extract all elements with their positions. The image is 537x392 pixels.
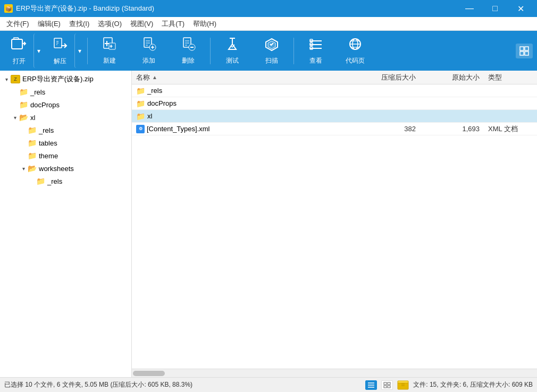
folder-icon-row-docprops: 📁 (136, 99, 145, 108)
col-header-name[interactable]: 名称 ▲ (132, 73, 356, 82)
open-arrow[interactable]: ▾ (33, 33, 43, 68)
delete-button[interactable]: 删除 (170, 33, 207, 68)
codepage-icon (347, 37, 363, 54)
test-icon (224, 37, 240, 54)
tree-item-theme[interactable]: 📁 theme (0, 149, 131, 162)
col-header-type[interactable]: 类型 (484, 73, 537, 82)
minimize-button[interactable]: — (457, 0, 482, 17)
right-panel: 名称 ▲ 压缩后大小 原始大小 类型 📁 _rels 📁 (132, 71, 537, 377)
folder-icon-docprops: 📁 (19, 100, 28, 109)
extract-arrow[interactable]: ▾ (74, 33, 84, 68)
title-controls: — □ ✕ (457, 0, 533, 17)
svg-rect-0 (12, 39, 22, 49)
archive-icon-status (397, 380, 409, 390)
tree-label-xl-rels: _rels (39, 126, 54, 134)
view-list-button[interactable] (365, 380, 377, 390)
new-button[interactable]: 新建 (91, 33, 128, 68)
test-button[interactable]: 测试 (214, 33, 251, 68)
folder-icon-tables: 📁 (28, 139, 37, 147)
open-button-group: 打开 ▾ (4, 33, 43, 68)
tree-item-tables[interactable]: 📁 tables (0, 137, 131, 149)
tree-item-docprops[interactable]: 📁 docProps (0, 98, 131, 111)
delete-label: 删除 (182, 56, 195, 65)
tree-root-item[interactable]: ▾ Z ERP导出资产(设备).zip (0, 73, 131, 86)
svg-rect-23 (525, 52, 528, 55)
menu-tools[interactable]: 工具(T) (157, 18, 189, 30)
file-label-content-types: [Content_Types].xml (147, 125, 210, 133)
add-button[interactable]: 添加 (130, 33, 167, 68)
svg-rect-29 (384, 386, 387, 388)
add-label: 添加 (142, 56, 155, 65)
file-list-body: 📁 _rels 📁 docProps 📁 (132, 84, 537, 369)
tree-label-worksheets: worksheets (39, 165, 74, 173)
tree-label-ws-rels: _rels (47, 177, 62, 185)
file-type-content-types: XML 文档 (484, 124, 537, 134)
horizontal-scrollbar[interactable] (132, 369, 537, 377)
file-row-content-types[interactable]: ⚙ [Content_Types].xml 382 1,693 XML 文档 (132, 123, 537, 135)
status-right: 文件: 15, 文件夹: 6, 压缩文件大小: 609 KB (365, 380, 533, 390)
title-bar-left: 📦 ERP导出资产(设备).zip - Bandizip (Standard) (4, 4, 154, 13)
folder-icon-row-xl: 📁 (136, 112, 145, 121)
svg-rect-27 (384, 382, 387, 385)
file-list-header: 名称 ▲ 压缩后大小 原始大小 类型 (132, 71, 537, 84)
tree-expand-xl: ▾ (11, 115, 19, 121)
test-label: 测试 (226, 56, 239, 65)
file-name-content-types: ⚙ [Content_Types].xml (132, 125, 356, 133)
folder-icon-xl: 📂 (19, 113, 28, 122)
file-compressed-content-types: 382 (356, 125, 420, 133)
extract-icon (52, 36, 69, 55)
svg-rect-21 (525, 47, 528, 50)
tree-item-worksheets[interactable]: ▾ 📂 worksheets (0, 162, 131, 175)
file-tree: ▾ Z ERP导出资产(设备).zip 📁 _rels 📁 docProps ▾… (0, 71, 131, 190)
folder-icon-worksheets: 📂 (28, 164, 37, 173)
menu-bar: 文件(F) 编辑(E) 查找(I) 选项(O) 视图(V) 工具(T) 帮助(H… (0, 17, 537, 31)
menu-edit[interactable]: 编辑(E) (33, 18, 65, 30)
extract-button[interactable]: 解压 (45, 33, 74, 68)
delete-icon (180, 37, 196, 54)
close-button[interactable]: ✕ (508, 0, 533, 17)
tree-item-ws-rels[interactable]: 📁 _rels (0, 175, 131, 188)
col-header-compressed[interactable]: 压缩后大小 (356, 73, 420, 82)
file-label-xl: xl (147, 112, 152, 120)
file-row-xl[interactable]: 📁 xl (132, 110, 537, 123)
col-header-original[interactable]: 原始大小 (420, 73, 484, 82)
tree-item-xl-rels[interactable]: 📁 _rels (0, 124, 131, 137)
file-name-xl: 📁 xl (132, 112, 356, 121)
svg-rect-30 (388, 386, 390, 388)
folder-icon-xl-rels: 📁 (28, 126, 37, 134)
view-icon (308, 37, 324, 54)
menu-help[interactable]: 帮助(H) (189, 18, 221, 30)
svg-rect-20 (520, 47, 524, 50)
codepage-button[interactable]: 代码页 (337, 33, 374, 68)
hscroll-thumb[interactable] (133, 371, 165, 376)
menu-view[interactable]: 视图(V) (126, 18, 157, 30)
tree-item-rels1[interactable]: 📁 _rels (0, 86, 131, 98)
sort-icon: ▲ (152, 74, 157, 80)
folder-icon-rels1: 📁 (19, 88, 28, 96)
view-details-button[interactable] (381, 380, 393, 390)
tree-label-tables: tables (39, 139, 57, 147)
menu-find[interactable]: 查找(I) (65, 18, 94, 30)
zip-icon: Z (11, 75, 20, 83)
status-right-text: 文件: 15, 文件夹: 6, 压缩文件大小: 609 KB (413, 380, 533, 389)
status-text: 已选择 10 个文件, 6 文件夹, 5.05 MB (压缩后大小: 605 K… (4, 381, 192, 388)
scan-button[interactable]: 扫描 (253, 33, 290, 68)
extract-button-group: 解压 ▾ (45, 33, 84, 68)
file-name-docprops: 📁 docProps (132, 99, 356, 108)
file-row-docprops[interactable]: 📁 docProps (132, 97, 537, 110)
maximize-button[interactable]: □ (483, 0, 507, 17)
toolbar-sep-1 (87, 38, 88, 64)
menu-options[interactable]: 选项(O) (94, 18, 126, 30)
view-button[interactable]: 查看 (297, 33, 334, 68)
codepage-label: 代码页 (346, 56, 365, 65)
open-label: 打开 (13, 57, 26, 66)
new-label: 新建 (103, 56, 116, 65)
status-bar: 已选择 10 个文件, 6 文件夹, 5.05 MB (压缩后大小: 605 K… (0, 377, 537, 392)
tree-item-xl[interactable]: ▾ 📂 xl (0, 111, 131, 124)
open-button[interactable]: 打开 (4, 33, 33, 68)
title-bar: 📦 ERP导出资产(设备).zip - Bandizip (Standard) … (0, 0, 537, 17)
menu-file[interactable]: 文件(F) (2, 18, 33, 30)
file-row-rels[interactable]: 📁 _rels (132, 84, 537, 97)
svg-rect-22 (520, 52, 524, 55)
grid-view-button[interactable] (516, 44, 533, 58)
